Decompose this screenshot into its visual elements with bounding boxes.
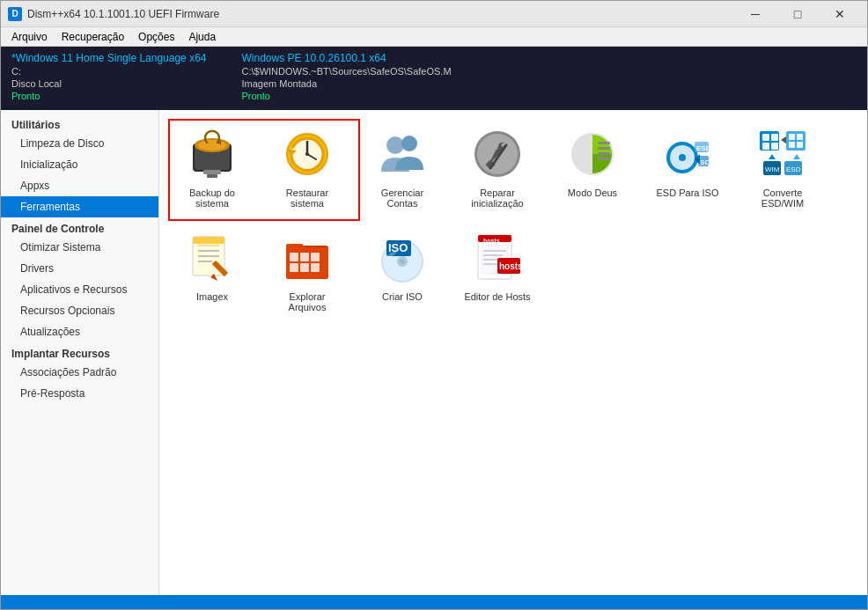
accounts-icon xyxy=(374,126,430,182)
sidebar-item-atualizacoes[interactable]: Atualizações xyxy=(1,321,158,342)
pe-version: Windows PE 10.0.26100.1 x64 xyxy=(241,52,451,64)
tool-hosts[interactable]: hosts hosts Editor de Hosts xyxy=(453,223,541,320)
accounts-label: Gerenciar Contas xyxy=(365,187,439,209)
menubar: Arquivo Recuperação Opções Ajuda xyxy=(1,27,867,47)
mount-status: Imagem Montada xyxy=(241,78,451,89)
tool-explorar[interactable]: Explorar Arquivos xyxy=(263,223,351,320)
svg-rect-59 xyxy=(290,253,298,261)
svg-rect-23 xyxy=(598,152,610,155)
disk-type: Disco Local xyxy=(11,78,206,89)
iso-icon: ISO xyxy=(374,230,430,286)
titlebar-title: Dism++x64 10.1.1001.10 UEFI Firmware xyxy=(27,8,735,20)
bootrepair-label: Reparar inicialização xyxy=(460,187,534,209)
app-icon: D xyxy=(8,7,22,21)
tool-bootrepair[interactable]: Reparar inicialização xyxy=(453,119,541,216)
svg-text:ISO: ISO xyxy=(388,241,408,254)
menu-opcoes[interactable]: Opções xyxy=(131,29,181,45)
infobar-left: *Windows 11 Home Single Language x64 C: … xyxy=(11,52,206,105)
sidebar-item-otimizar[interactable]: Otimizar Sistema xyxy=(1,237,158,258)
status-right: Pronto xyxy=(241,91,451,101)
svg-rect-24 xyxy=(598,158,610,160)
svg-marker-45 xyxy=(793,154,800,159)
svg-rect-21 xyxy=(598,142,610,144)
tool-restore[interactable]: Restaurar sistema xyxy=(263,119,351,216)
svg-text:ISO: ISO xyxy=(698,158,710,166)
menu-recuperacao[interactable]: Recuperação xyxy=(55,29,131,45)
backup-icon xyxy=(184,126,240,182)
window-controls: ─ □ ✕ xyxy=(735,1,860,27)
svg-rect-41 xyxy=(797,134,803,140)
svg-point-13 xyxy=(305,152,309,156)
sidebar-item-appxs[interactable]: Appxs xyxy=(1,175,158,196)
imagex-icon xyxy=(184,230,240,286)
svg-text:WIM: WIM xyxy=(765,165,780,173)
restore-icon xyxy=(279,126,335,182)
sidebar: Utilitários Limpeza de Disco Inicializaç… xyxy=(1,110,159,595)
sidebar-item-recursos[interactable]: Recursos Opcionais xyxy=(1,300,158,321)
bootrepair-icon xyxy=(469,126,526,182)
main-layout: Utilitários Limpeza de Disco Inicializaç… xyxy=(1,110,867,595)
svg-text:ESD: ESD xyxy=(786,165,801,173)
svg-rect-60 xyxy=(300,253,309,261)
sidebar-item-limpeza[interactable]: Limpeza de Disco xyxy=(1,133,158,154)
windows-version: *Windows 11 Home Single Language x64 xyxy=(11,52,206,64)
svg-rect-36 xyxy=(762,143,769,150)
tool-imagex[interactable]: Imagex xyxy=(168,223,256,320)
sidebar-item-associacoes[interactable]: Associações Padrão xyxy=(1,362,158,383)
titlebar: D Dism++x64 10.1.1001.10 UEFI Firmware ─… xyxy=(1,1,867,27)
menu-ajuda[interactable]: Ajuda xyxy=(181,29,223,45)
convertesd-icon: WIM ESD xyxy=(754,126,811,182)
svg-rect-61 xyxy=(311,253,320,261)
imagex-label: Imagex xyxy=(196,291,228,302)
mododeus-icon xyxy=(564,126,621,182)
drive-letter: C: xyxy=(11,66,206,77)
svg-rect-42 xyxy=(789,142,795,148)
hosts-icon: hosts hosts xyxy=(469,230,526,286)
minimize-button[interactable]: ─ xyxy=(735,1,776,27)
mododeus-label: Modo Deus xyxy=(568,187,617,198)
sidebar-section-painel: Painel de Controle xyxy=(1,217,158,237)
svg-rect-35 xyxy=(771,134,778,141)
sidebar-item-ferramentas[interactable]: Ferramentas xyxy=(1,196,158,217)
sidebar-section-implantar: Implantar Recursos xyxy=(1,342,158,362)
sidebar-item-inicializacao[interactable]: Inicialização xyxy=(1,154,158,175)
close-button[interactable]: ✕ xyxy=(820,1,860,27)
pe-path: C:\$WINDOWS.~BT\Sources\SafeOS\SafeOS.M xyxy=(241,66,451,77)
svg-point-3 xyxy=(198,140,226,151)
svg-rect-6 xyxy=(207,174,217,178)
esdiso-icon: ESD ISO xyxy=(659,126,716,182)
tool-accounts[interactable]: Gerenciar Contas xyxy=(358,119,446,216)
svg-text:ESD: ESD xyxy=(696,144,711,152)
statusbar xyxy=(1,595,867,610)
svg-rect-43 xyxy=(797,142,803,148)
sidebar-section-utilitarios: Utilitários xyxy=(1,114,158,133)
tool-iso[interactable]: ISO Criar ISO xyxy=(358,223,446,320)
sidebar-item-aplicativos[interactable]: Aplicativos e Recursos xyxy=(1,279,158,300)
tool-esdiso[interactable]: ESD ISO ESD Para ISO xyxy=(644,119,732,216)
tool-backup[interactable]: Backup do sistema xyxy=(168,119,256,216)
tool-convertesd[interactable]: WIM ESD Converte ESD/WIM xyxy=(739,119,827,216)
sidebar-item-preresposta[interactable]: Pré-Resposta xyxy=(1,383,158,404)
sidebar-item-drivers[interactable]: Drivers xyxy=(1,258,158,279)
svg-point-68 xyxy=(400,259,405,264)
menu-arquivo[interactable]: Arquivo xyxy=(4,29,55,45)
infobar-right: Windows PE 10.0.26100.1 x64 C:\$WINDOWS.… xyxy=(241,52,451,105)
explorar-icon xyxy=(279,230,335,286)
content-wrapper: Backup do sistema xyxy=(159,110,867,595)
svg-rect-64 xyxy=(311,263,320,272)
svg-text:hosts: hosts xyxy=(499,261,523,271)
maximize-button[interactable]: □ xyxy=(777,1,818,27)
esdiso-label: ESD Para ISO xyxy=(657,187,719,198)
infobar: *Windows 11 Home Single Language x64 C: … xyxy=(1,47,867,110)
svg-rect-34 xyxy=(762,134,769,141)
svg-rect-62 xyxy=(290,263,298,272)
backup-label: Backup do sistema xyxy=(175,187,249,209)
svg-rect-40 xyxy=(789,134,795,140)
svg-rect-37 xyxy=(771,143,778,150)
svg-text:hosts: hosts xyxy=(483,238,500,244)
svg-rect-63 xyxy=(300,263,309,272)
convertesd-label: Converte ESD/WIM xyxy=(746,187,820,209)
tool-mododeus[interactable]: Modo Deus xyxy=(548,119,636,216)
svg-point-27 xyxy=(679,154,686,161)
svg-point-15 xyxy=(401,136,417,151)
